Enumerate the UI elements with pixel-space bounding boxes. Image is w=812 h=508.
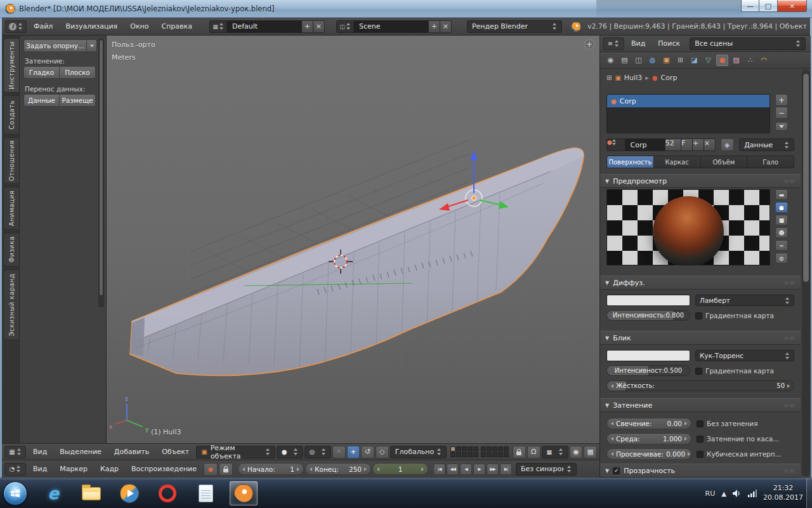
panel-header-specular[interactable]: ▼ Блик ≡≡ <box>600 331 801 345</box>
diffuse-color-swatch[interactable] <box>606 295 690 306</box>
av-sync-dropdown[interactable]: Без синхрониза <box>516 463 577 476</box>
use-nodes-button[interactable]: ◈ <box>721 138 735 151</box>
menu-window[interactable]: Окно <box>124 20 154 33</box>
delete-scene-button[interactable]: × <box>440 20 452 33</box>
tab-animation[interactable]: Анимация <box>3 187 19 230</box>
taskbar-blender-active[interactable] <box>230 481 258 505</box>
new-material-button[interactable]: + <box>693 138 704 151</box>
frame-start-field[interactable]: Начало: 1 <box>238 463 304 475</box>
slot-specials-button[interactable] <box>775 122 788 131</box>
tab-relations[interactable]: Отношения <box>3 137 19 184</box>
taskbar-ie[interactable]: e <box>39 481 67 505</box>
preview-sphere-button[interactable]: ● <box>775 202 788 213</box>
checkbox[interactable] <box>697 436 704 443</box>
add-slot-button[interactable]: + <box>775 94 788 106</box>
preview-sky-button[interactable]: ◍ <box>775 253 788 264</box>
jump-to-end-button[interactable]: ▶| <box>500 464 512 475</box>
start-button[interactable] <box>3 481 27 505</box>
tab-halo[interactable]: Гало <box>747 156 794 168</box>
tab-grease-pencil[interactable]: Эскизный каранд <box>3 269 19 340</box>
menu-marker[interactable]: Маркер <box>54 463 93 476</box>
constraints-context-icon[interactable]: ⊞ <box>674 55 686 66</box>
diffuse-shader-dropdown[interactable]: Ламберт <box>695 295 794 306</box>
menu-view[interactable]: Вид <box>27 446 53 458</box>
world-context-icon[interactable]: ◍ <box>646 55 658 66</box>
panel-header-preview[interactable]: ▼ Предпросмотр ≡≡ <box>600 174 801 188</box>
specular-intensity-slider[interactable]: Интенсивност:0.500 <box>606 365 690 376</box>
viewport-canvas[interactable]: z y x <box>107 36 599 443</box>
physics-context-icon[interactable]: ◠ <box>758 55 770 66</box>
snap-toggle[interactable]: Ω <box>527 446 540 458</box>
translate-manipulator-toggle[interactable]: + <box>347 446 360 458</box>
increment-arrow[interactable] <box>297 467 299 471</box>
decrement-arrow[interactable] <box>242 467 245 471</box>
menu-select[interactable]: Выделение <box>54 446 107 458</box>
browse-scene-button[interactable]: ◫ <box>336 20 354 33</box>
breadcrumb-object[interactable]: Hull3 <box>624 74 642 82</box>
increment-arrow[interactable] <box>364 467 367 471</box>
set-origin-button[interactable]: Задать опорну... <box>23 39 87 52</box>
specular-shader-dropdown[interactable]: Кук-Торренс <box>695 350 794 361</box>
orientation-dropdown[interactable]: Глобально <box>390 446 447 458</box>
window-titlebar[interactable]: Blender* [D:\МОИ МОДЕЛИ\USSA\Jelezniakov… <box>0 0 812 18</box>
translucency-field[interactable]: Просвечивае: 0.000 <box>606 448 691 460</box>
preview-monkey-button[interactable]: ☻ <box>775 227 788 238</box>
decrement-arrow[interactable] <box>611 422 613 425</box>
hidden-icons-button[interactable]: ▲ <box>721 490 726 497</box>
next-keyframe-button[interactable]: ▶▶ <box>487 464 499 475</box>
taskbar-media-player[interactable] <box>115 481 143 505</box>
checkbox[interactable] <box>697 420 704 427</box>
emit-field[interactable]: Свечение: 0.00 <box>606 418 691 429</box>
increment-arrow[interactable] <box>421 467 424 471</box>
close-button[interactable]: × <box>777 0 807 12</box>
region-expand-button[interactable]: + <box>584 39 594 50</box>
transparency-checkbox[interactable]: ✓ <box>613 467 620 474</box>
shade-smooth-button[interactable]: Гладко <box>23 66 60 79</box>
clock[interactable]: 21:32 20.08.2017 <box>763 484 803 503</box>
editor-type-button[interactable]: ▦ <box>4 446 26 458</box>
taskbar-document[interactable] <box>192 481 219 505</box>
tab-wire[interactable]: Каркас <box>654 156 701 168</box>
snap-element-dropdown[interactable]: ▦ <box>542 446 568 458</box>
add-scene-button[interactable]: + <box>429 20 440 33</box>
panel-header-transparency[interactable]: ▼ ✓ Прозрачность ≡≡ <box>600 464 801 478</box>
scene-context-icon[interactable]: ◫ <box>632 55 645 66</box>
menu-view[interactable]: Вид <box>27 463 53 476</box>
render-layers-context-icon[interactable]: ▤ <box>619 55 631 66</box>
show-desktop-button[interactable] <box>806 478 812 508</box>
texture-context-icon[interactable]: ▨ <box>730 55 742 66</box>
minimize-button[interactable]: — <box>741 0 759 12</box>
decrement-arrow[interactable] <box>611 452 613 456</box>
render-engine-dropdown[interactable]: Рендер Blender <box>467 20 562 33</box>
decrement-arrow[interactable] <box>377 467 379 471</box>
remove-slot-button[interactable]: − <box>775 107 788 119</box>
material-name-field[interactable]: Corp <box>625 138 665 151</box>
users-count-button[interactable]: 52 <box>665 138 682 151</box>
tab-volume[interactable]: Объём <box>701 156 748 168</box>
breadcrumb-material[interactable]: Corp <box>660 74 677 82</box>
current-frame-field[interactable]: 1 <box>372 463 428 475</box>
browse-layout-button[interactable]: ▦ <box>209 20 227 33</box>
tab-surface[interactable]: Поверхность <box>606 156 654 168</box>
tab-create[interactable]: Создать <box>3 95 19 135</box>
checkbox[interactable] <box>695 368 702 375</box>
panel-header-shading[interactable]: ▼ Затенение ≡≡ <box>600 398 801 412</box>
play-button[interactable]: ▶ <box>473 464 485 475</box>
link-mode-dropdown[interactable]: Данные <box>739 138 794 151</box>
menu-render[interactable]: Визуализация <box>60 20 123 33</box>
blender-app-icon[interactable] <box>5 4 15 14</box>
menu-view[interactable]: Вид <box>625 37 651 50</box>
lock-scene-button[interactable] <box>513 446 526 458</box>
hardness-slider[interactable]: Жёсткость: 50 <box>606 380 794 391</box>
material-slot-list[interactable]: ● Corp <box>606 94 770 133</box>
manipulate-center-points-button[interactable]: ◦ <box>332 446 346 458</box>
opengl-render-button[interactable]: ◉ <box>570 446 583 458</box>
set-origin-dropdown[interactable] <box>87 39 97 52</box>
3d-viewport[interactable]: z y x Польз.-орто Meters (1) Hull3 + <box>107 36 599 443</box>
rotate-manipulator-toggle[interactable]: ↺ <box>361 446 374 458</box>
checkbox[interactable] <box>697 451 704 458</box>
fake-user-button[interactable]: F <box>681 138 693 151</box>
menu-help[interactable]: Справка <box>155 20 197 33</box>
outliner-filter-dropdown[interactable]: Все сцены <box>690 37 806 50</box>
maximize-button[interactable]: □ <box>759 0 777 12</box>
